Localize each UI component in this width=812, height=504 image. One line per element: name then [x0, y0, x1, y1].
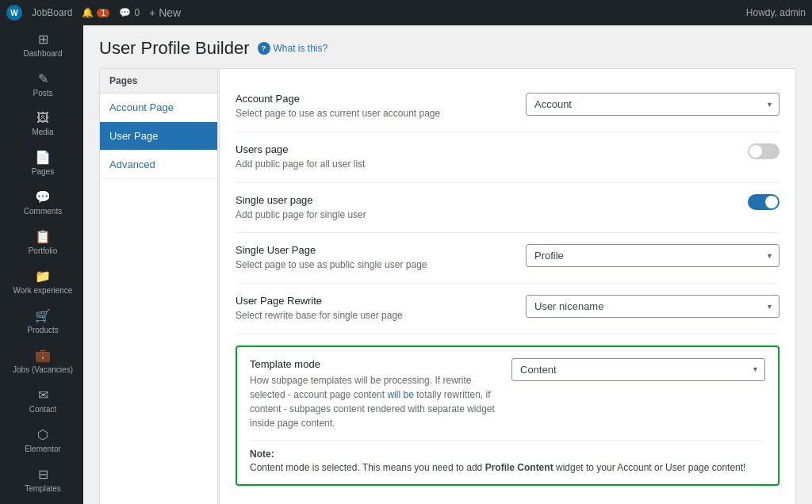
note-box: Note: Content mode is selected. This mea… [250, 440, 765, 473]
sub-sidebar: Pages Account Page User Page Advanced [99, 68, 218, 504]
dropdown-single-user-page[interactable]: Profile [526, 244, 779, 267]
sidebar-item-comments[interactable]: 💬 Comments [0, 183, 83, 223]
setting-info-single-user-page: Single User Page Select page to use as p… [236, 244, 510, 272]
setting-info-rewrite: User Page Rewrite Select rewrite base fo… [236, 295, 510, 323]
dropdown-account-page[interactable]: Account [526, 93, 779, 116]
sidebar-item-contact[interactable]: ✉ Contact [0, 381, 83, 421]
desc-account-page: Select page to use as current user accou… [236, 107, 510, 120]
main-sidebar: ⊞ Dashboard ✎ Posts 🖼 Media 📄 Pages 💬 Co… [0, 25, 83, 504]
template-mode-box: Template mode How subpage templates will… [236, 346, 779, 486]
comments-link[interactable]: 💬 0 [119, 7, 140, 18]
elementor-icon: ⬡ [37, 427, 48, 442]
posts-icon: ✎ [38, 71, 48, 86]
label-account-page: Account Page [236, 93, 510, 105]
control-single-user-page: Profile [526, 244, 779, 267]
setting-row-single-user: Single user page Add public page for sin… [236, 183, 779, 234]
contact-icon: ✉ [38, 388, 48, 403]
dropdown-wrap-single-user: Profile [526, 244, 779, 267]
template-mode-desc: How subpage templates will be processing… [250, 373, 496, 430]
setting-info-users-page: Users page Add public page for all user … [236, 143, 605, 171]
dropdown-template-mode[interactable]: Content [511, 358, 765, 381]
info-icon: ? [258, 42, 270, 55]
media-icon: 🖼 [36, 111, 49, 125]
main-panel: Account Page Select page to use as curre… [219, 68, 796, 504]
sidebar-item-crocoblock[interactable]: 🐊 Crocoblock [0, 500, 83, 504]
sidebar-item-pages[interactable]: 📄 Pages [0, 143, 83, 183]
setting-row-single-user-page: Single User Page Select page to use as p… [236, 233, 779, 284]
sidebar-item-dashboard[interactable]: ⊞ Dashboard [0, 25, 83, 65]
template-mode-row: Template mode How subpage templates will… [250, 358, 765, 430]
dropdown-rewrite[interactable]: User nicename [526, 295, 779, 318]
pages-icon: 📄 [35, 150, 51, 165]
setting-row-hide-admin-bar: Hide admin bar Disable admin bar for non… [236, 497, 779, 504]
sidebar-item-posts[interactable]: ✎ Posts [0, 65, 83, 105]
dashboard-icon: ⊞ [38, 32, 48, 47]
desc-single-user-page: Select page to use as public single user… [236, 258, 510, 272]
control-account-page: Account [526, 93, 779, 116]
sidebar-item-portfolio[interactable]: 📋 Portfolio [0, 223, 83, 262]
desc-rewrite: Select rewrite base for single user page [236, 309, 510, 323]
page-header: User Profile Builder ? What is this? [83, 25, 812, 68]
label-single-user: Single user page [236, 194, 605, 206]
sidebar-item-jobs[interactable]: 💼 Jobs (Vacancies) [0, 342, 83, 381]
control-users-page [621, 143, 779, 159]
sub-sidebar-account-page[interactable]: Account Page [100, 94, 217, 122]
desc-users-page: Add public page for all user list [236, 158, 605, 171]
site-name-link[interactable]: JobBoard [32, 7, 72, 18]
work-experience-icon: 📁 [35, 269, 51, 284]
setting-info-single-user: Single user page Add public page for sin… [236, 194, 605, 222]
template-mode-info: Template mode How subpage templates will… [250, 358, 496, 430]
control-rewrite: User nicename [526, 295, 779, 318]
dropdown-wrap-template-mode: Content [511, 358, 765, 381]
sub-sidebar-header: Pages [100, 69, 217, 94]
control-template-mode: Content [511, 358, 765, 381]
notifications[interactable]: 🔔 1 [82, 7, 109, 18]
products-icon: 🛒 [35, 308, 51, 323]
sidebar-item-templates[interactable]: ⊟ Templates [0, 460, 83, 500]
control-single-user [621, 194, 779, 210]
page-title: User Profile Builder [99, 38, 250, 59]
label-rewrite: User Page Rewrite [236, 295, 510, 307]
wp-logo[interactable]: W [6, 5, 22, 21]
setting-row-users-page: Users page Add public page for all user … [236, 132, 779, 183]
content-area: User Profile Builder ? What is this? Pag… [83, 25, 812, 504]
note-label: Note: [250, 449, 765, 460]
label-single-user-page: Single User Page [236, 244, 510, 256]
setting-row-rewrite: User Page Rewrite Select rewrite base fo… [236, 284, 779, 334]
sub-sidebar-user-page[interactable]: User Page [100, 122, 217, 151]
desc-single-user: Add public page for single user [236, 208, 605, 222]
jobs-icon: 💼 [35, 348, 51, 363]
sidebar-item-work-experience[interactable]: 📁 Work experience [0, 262, 83, 302]
sidebar-item-elementor[interactable]: ⬡ Elementor [0, 421, 83, 460]
templates-icon: ⊟ [38, 467, 48, 482]
settings-section: Account Page Select page to use as curre… [220, 69, 795, 504]
howdy-text: Howdy, admin [746, 7, 806, 18]
toggle-single-user[interactable] [748, 194, 779, 210]
new-content-button[interactable]: + New [149, 6, 181, 19]
note-text: Content mode is selected. This means you… [250, 462, 765, 473]
comments-icon: 💬 [35, 189, 51, 204]
inner-layout: Pages Account Page User Page Advanced Ac… [83, 68, 812, 504]
dropdown-wrap-rewrite: User nicename [526, 295, 779, 318]
dropdown-wrap-account: Account [526, 93, 779, 116]
portfolio-icon: 📋 [35, 229, 51, 244]
setting-info-account-page: Account Page Select page to use as curre… [236, 93, 510, 120]
sidebar-item-media[interactable]: 🖼 Media [0, 105, 83, 143]
setting-row-account-page: Account Page Select page to use as curre… [236, 82, 779, 132]
template-mode-label: Template mode [250, 358, 496, 370]
sub-sidebar-advanced[interactable]: Advanced [100, 151, 217, 179]
sidebar-item-products[interactable]: 🛒 Products [0, 302, 83, 342]
what-is-this-link[interactable]: ? What is this? [258, 42, 328, 55]
label-users-page: Users page [236, 143, 605, 155]
toggle-users-page[interactable] [748, 143, 779, 159]
admin-bar: W JobBoard 🔔 1 💬 0 + New Howdy, admin [0, 0, 812, 25]
